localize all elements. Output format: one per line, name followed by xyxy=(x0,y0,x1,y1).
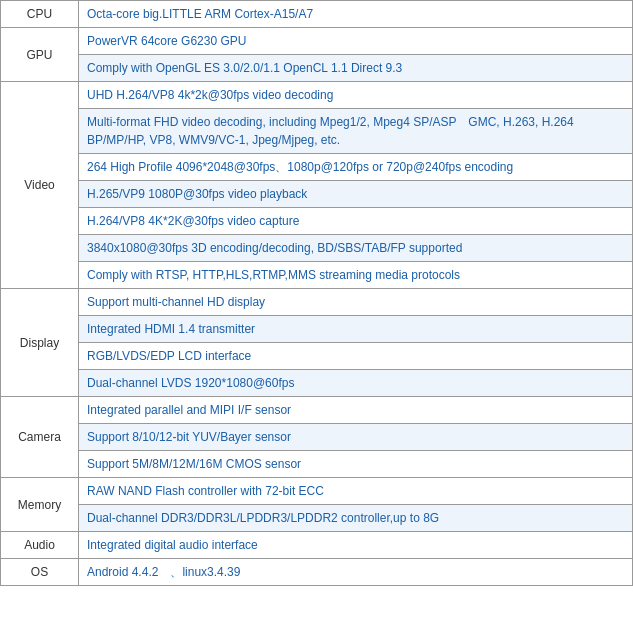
detail-cell: H.264/VP8 4K*2K@30fps video capture xyxy=(79,208,633,235)
detail-cell: 3840x1080@30fps 3D encoding/decoding, BD… xyxy=(79,235,633,262)
detail-cell: Support 8/10/12-bit YUV/Bayer sensor xyxy=(79,424,633,451)
detail-cell: Integrated HDMI 1.4 transmitter xyxy=(79,316,633,343)
detail-cell: PowerVR 64core G6230 GPU xyxy=(79,28,633,55)
detail-cell: Support 5M/8M/12M/16M CMOS sensor xyxy=(79,451,633,478)
detail-cell: 264 High Profile 4096*2048@30fps、1080p@1… xyxy=(79,154,633,181)
spec-table: CPUOcta-core big.LITTLE ARM Cortex-A15/A… xyxy=(0,0,633,586)
category-cell-memory: Memory xyxy=(1,478,79,532)
category-cell-video: Video xyxy=(1,82,79,289)
category-cell-audio: Audio xyxy=(1,532,79,559)
detail-cell: RAW NAND Flash controller with 72-bit EC… xyxy=(79,478,633,505)
detail-cell: Integrated parallel and MIPI I/F sensor xyxy=(79,397,633,424)
category-cell-os: OS xyxy=(1,559,79,586)
detail-cell: Integrated digital audio interface xyxy=(79,532,633,559)
detail-cell: Dual-channel DDR3/DDR3L/LPDDR3/LPDDR2 co… xyxy=(79,505,633,532)
detail-cell: Support multi-channel HD display xyxy=(79,289,633,316)
detail-cell: UHD H.264/VP8 4k*2k@30fps video decoding xyxy=(79,82,633,109)
category-cell-cpu: CPU xyxy=(1,1,79,28)
detail-cell: Android 4.4.2 、linux3.4.39 xyxy=(79,559,633,586)
detail-cell: Dual-channel LVDS 1920*1080@60fps xyxy=(79,370,633,397)
detail-cell: Multi-format FHD video decoding, includi… xyxy=(79,109,633,154)
detail-cell: RGB/LVDS/EDP LCD interface xyxy=(79,343,633,370)
category-cell-display: Display xyxy=(1,289,79,397)
detail-cell: Octa-core big.LITTLE ARM Cortex-A15/A7 xyxy=(79,1,633,28)
detail-cell: Comply with RTSP, HTTP,HLS,RTMP,MMS stre… xyxy=(79,262,633,289)
detail-cell: H.265/VP9 1080P@30fps video playback xyxy=(79,181,633,208)
category-cell-gpu: GPU xyxy=(1,28,79,82)
detail-cell: Comply with OpenGL ES 3.0/2.0/1.1 OpenCL… xyxy=(79,55,633,82)
category-cell-camera: Camera xyxy=(1,397,79,478)
